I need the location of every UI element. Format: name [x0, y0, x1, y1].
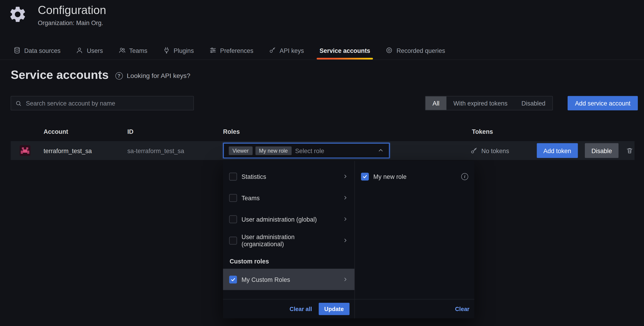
tab-plugins[interactable]: Plugins: [155, 42, 202, 59]
plug-icon: [163, 47, 170, 55]
role-picker-menu: Statistics Teams User administration (gl…: [223, 161, 474, 318]
option-label: My new role: [373, 173, 406, 180]
angle-right-icon[interactable]: [342, 174, 348, 179]
filter-disabled[interactable]: Disabled: [514, 96, 552, 110]
submenu-option-my-new-role[interactable]: My new role: [355, 166, 474, 187]
clear-button[interactable]: Clear: [455, 306, 470, 312]
add-token-button[interactable]: Add token: [537, 143, 578, 158]
account-id: sa-terraform_test_sa: [127, 141, 184, 160]
record-circle-icon: [386, 47, 393, 55]
avatar: [20, 141, 30, 160]
trash-icon[interactable]: [626, 147, 633, 154]
page-title-row: Service accounts Looking for API keys?: [10, 68, 190, 82]
option-label: User administration (organizational): [242, 233, 334, 247]
key-skeleton-icon: [470, 147, 478, 154]
checkbox-my-custom-roles[interactable]: [229, 276, 237, 283]
role-menu-footer: Clear all Update: [223, 299, 354, 319]
search-input[interactable]: [25, 99, 190, 107]
tab-data-sources[interactable]: Data sources: [6, 42, 68, 59]
org-subtitle: Organization: Main Org.: [38, 19, 106, 26]
question-circle-icon: [115, 72, 123, 79]
table-row: terraform_test_sa sa-terraform_test_sa V…: [10, 141, 634, 160]
tab-label: Service accounts: [320, 47, 370, 54]
tab-users[interactable]: Users: [68, 42, 111, 59]
option-label: Statistics: [242, 173, 266, 180]
tab-label: Users: [87, 47, 103, 54]
update-button[interactable]: Update: [318, 303, 350, 315]
column-id: ID: [127, 128, 134, 135]
tab-preferences[interactable]: Preferences: [202, 42, 261, 59]
search-icon: [15, 100, 22, 107]
page-header: Configuration Organization: Main Org.: [8, 4, 106, 26]
add-service-account-button[interactable]: Add service account: [568, 96, 638, 110]
disable-button[interactable]: Disable: [585, 143, 618, 158]
tab-label: Preferences: [220, 47, 253, 54]
role-picker[interactable]: Viewer My new role: [223, 143, 390, 158]
menu-option-statistics[interactable]: Statistics: [223, 166, 354, 187]
tab-label: Teams: [129, 47, 147, 54]
screen: Configuration Organization: Main Org. Da…: [0, 0, 644, 326]
tab-service-accounts[interactable]: Service accounts: [312, 42, 378, 59]
config-tab-bar: Data sources Users Teams Plugins Prefere…: [0, 42, 644, 60]
tab-recorded-queries[interactable]: Recorded queries: [378, 42, 453, 59]
key-icon: [269, 47, 276, 55]
role-menu-options: Statistics Teams User administration (gl…: [223, 161, 354, 299]
account-name-link[interactable]: terraform_test_sa: [44, 141, 92, 160]
option-label: User administration (global): [242, 216, 317, 223]
info-circle-icon[interactable]: [461, 173, 468, 180]
role-chip-viewer: Viewer: [229, 146, 252, 155]
tab-label: Plugins: [174, 47, 194, 54]
submenu-footer: Clear: [355, 299, 474, 319]
checkbox-my-new-role[interactable]: [361, 172, 369, 180]
menu-option-user-admin-global[interactable]: User administration (global): [223, 208, 354, 230]
filter-expired-tokens[interactable]: With expired tokens: [446, 96, 514, 110]
angle-right-icon[interactable]: [342, 195, 348, 201]
tab-label: Recorded queries: [396, 47, 445, 54]
user-icon: [76, 47, 83, 55]
search-box: [10, 96, 194, 110]
filter-all[interactable]: All: [426, 96, 446, 110]
option-label: My Custom Roles: [242, 276, 290, 283]
angle-right-icon[interactable]: [342, 216, 348, 222]
grafana-configuration-page: Configuration Organization: Main Org. Da…: [0, 0, 644, 326]
menu-option-my-custom-roles[interactable]: My Custom Roles: [223, 269, 354, 290]
angle-right-icon[interactable]: [342, 238, 348, 243]
gear-icon: [8, 5, 27, 24]
users-icon: [118, 47, 126, 55]
column-tokens: Tokens: [472, 128, 493, 135]
sliders-icon: [210, 47, 216, 55]
role-submenu-panel: My new role Clear: [354, 161, 474, 318]
role-chip-my-new-role: My new role: [255, 146, 292, 155]
role-picker-input[interactable]: [294, 147, 375, 154]
table-header: Account ID Roles Tokens: [10, 128, 634, 137]
account-state-filter: All With expired tokens Disabled: [425, 96, 553, 110]
option-label: Teams: [242, 194, 260, 201]
checkbox-user-admin-global[interactable]: [229, 215, 237, 223]
tab-api-keys[interactable]: API keys: [261, 42, 312, 59]
submenu-options: My new role: [355, 161, 474, 299]
config-title: Configuration: [38, 4, 106, 17]
menu-option-teams[interactable]: Teams: [223, 187, 354, 209]
tab-teams[interactable]: Teams: [111, 42, 155, 59]
database-icon: [14, 47, 20, 55]
menu-option-user-admin-organizational[interactable]: User administration (organizational): [223, 230, 354, 251]
checkbox-user-admin-organizational[interactable]: [229, 237, 237, 244]
custom-roles-header: Custom roles: [223, 251, 354, 269]
role-menu-groups-panel: Statistics Teams User administration (gl…: [223, 161, 354, 318]
page-title: Service accounts: [10, 68, 109, 82]
chevron-up-icon[interactable]: [378, 147, 384, 154]
clear-all-button[interactable]: Clear all: [290, 306, 312, 312]
tab-label: Data sources: [24, 47, 60, 54]
header-text: Configuration Organization: Main Org.: [38, 4, 106, 26]
column-roles: Roles: [223, 128, 240, 135]
tab-label: API keys: [280, 47, 304, 54]
column-account: Account: [44, 128, 68, 135]
angle-right-icon[interactable]: [342, 277, 348, 282]
checkbox-teams[interactable]: [229, 194, 237, 202]
tokens-text: No tokens: [481, 147, 509, 154]
tokens-cell: No tokens: [470, 141, 509, 160]
checkbox-statistics[interactable]: [229, 172, 237, 180]
api-keys-link[interactable]: Looking for API keys?: [127, 72, 190, 79]
